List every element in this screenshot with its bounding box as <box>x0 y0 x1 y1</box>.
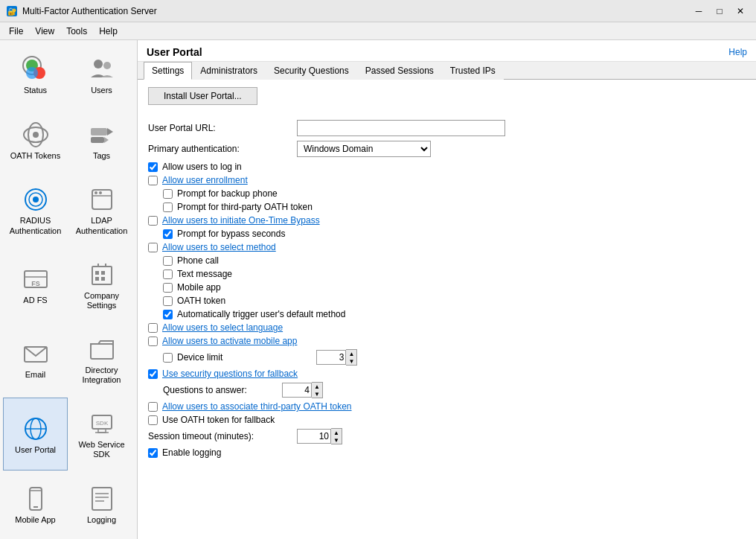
url-input[interactable] <box>297 120 505 136</box>
svg-rect-44 <box>92 488 112 510</box>
svg-text:🔐: 🔐 <box>7 7 17 16</box>
svg-point-5 <box>26 67 38 79</box>
url-label: User Portal URL: <box>148 123 297 133</box>
questions-down[interactable]: ▼ <box>312 390 322 398</box>
sidebar-item-webservice[interactable]: SDK Web Service SDK <box>69 398 134 471</box>
menu-help[interactable]: Help <box>93 25 124 38</box>
menu-file[interactable]: File <box>3 25 29 38</box>
tab-administrators[interactable]: Administrators <box>192 62 266 80</box>
device-limit-up[interactable]: ▲ <box>346 350 356 357</box>
sidebar-item-tags[interactable]: Tags <box>69 109 134 173</box>
checkbox-mobile-app[interactable]: Mobile app <box>163 282 746 293</box>
sidebar-item-company[interactable]: Company Settings <box>69 249 134 322</box>
allow-bypass-label: Allow users to initiate One-Time Bypass <box>162 215 320 226</box>
allow-method-label: Allow users to select method <box>162 242 276 252</box>
session-timeout-input[interactable] <box>297 429 331 444</box>
primary-auth-select[interactable]: Windows Domain RADIUS LDAP <box>297 141 431 157</box>
checkbox-oath-token[interactable]: OATH token <box>163 296 746 306</box>
auto-trigger-label: Automatically trigger user's default met… <box>177 309 345 319</box>
sidebar-label-company: Company Settings <box>73 291 130 310</box>
minimize-button[interactable]: ─ <box>689 4 708 19</box>
sidebar-item-mobile[interactable]: Mobile App <box>3 472 68 536</box>
svg-point-17 <box>33 197 39 202</box>
checkbox-text-message[interactable]: Text message <box>163 269 746 279</box>
checkbox-phone-call[interactable]: Phone call <box>163 255 746 266</box>
sidebar-item-directory[interactable]: Directory Integration <box>69 323 134 396</box>
svg-marker-12 <box>107 128 113 135</box>
checkbox-auto-trigger[interactable]: Automatically trigger user's default met… <box>163 309 746 319</box>
userportal-icon <box>21 414 51 444</box>
tab-passed-sessions[interactable]: Passed Sessions <box>357 62 442 80</box>
users-icon <box>87 54 117 84</box>
menubar: File View Tools Help <box>0 22 756 40</box>
help-link[interactable]: Help <box>728 47 747 57</box>
checkbox-oath-fallback[interactable]: Use OATH token for fallback <box>148 415 746 425</box>
logging-icon <box>87 484 117 514</box>
checkbox-prompt-bypass[interactable]: Prompt for bypass seconds <box>163 229 746 239</box>
session-timeout-down[interactable]: ▼ <box>331 436 342 444</box>
sidebar-item-userportal[interactable]: User Portal <box>3 398 68 471</box>
maximize-button[interactable]: □ <box>710 4 729 19</box>
app-icon: 🔐 <box>6 5 18 17</box>
checkbox-allow-language[interactable]: Allow users to select language <box>148 322 746 333</box>
tab-trusted-ips[interactable]: Trusted IPs <box>442 62 504 80</box>
device-limit-label: Device limit <box>177 352 222 363</box>
allow-enrollment-label: Allow user enrollment <box>162 175 248 185</box>
sidebar-item-ldap[interactable]: LDAP Authentication <box>69 174 134 247</box>
device-limit-spinner: ▲ ▼ <box>316 349 357 366</box>
device-limit-row[interactable]: Device limit ▲ ▼ <box>163 349 746 366</box>
checkbox-prompt-backup[interactable]: Prompt for backup phone <box>163 188 746 199</box>
main-layout: Status Users OATH Tokens <box>0 40 756 539</box>
device-limit-down[interactable]: ▼ <box>346 357 356 365</box>
checkbox-allow-method[interactable]: Allow users to select method <box>148 242 746 252</box>
sidebar-item-email[interactable]: Email <box>3 323 68 396</box>
sidebar-item-status[interactable]: Status <box>3 43 68 107</box>
tab-security-questions[interactable]: Security Questions <box>266 62 357 80</box>
oath-icon <box>21 120 51 150</box>
mobile-app-label: Mobile app <box>177 282 221 293</box>
tab-settings[interactable]: Settings <box>144 62 192 80</box>
checkbox-allow-mobile-activate[interactable]: Allow users to activate mobile app <box>148 336 746 346</box>
sidebar-item-adfs[interactable]: FS AD FS <box>3 249 68 322</box>
checkbox-allow-login[interactable]: Allow users to log in <box>148 162 746 172</box>
third-party-oath-label: Allow users to associate third-party OAT… <box>162 401 352 412</box>
sidebar-item-logging[interactable]: Logging <box>69 472 134 536</box>
checkbox-allow-enrollment[interactable]: Allow user enrollment <box>148 175 746 185</box>
svg-point-7 <box>103 62 111 69</box>
window-title: Multi-Factor Authentication Server <box>22 6 685 16</box>
install-button[interactable]: Install User Portal... <box>148 87 257 105</box>
menu-tools[interactable]: Tools <box>60 25 93 38</box>
tags-icon <box>87 120 117 150</box>
checkbox-third-party-oath[interactable]: Allow users to associate third-party OAT… <box>148 401 746 412</box>
oath-fallback-label: Use OATH token for fallback <box>162 415 275 425</box>
checkbox-prompt-oath[interactable]: Prompt for third-party OATH token <box>163 202 746 212</box>
titlebar: 🔐 Multi-Factor Authentication Server ─ □… <box>0 0 756 22</box>
session-timeout-up[interactable]: ▲ <box>331 429 342 436</box>
prompt-bypass-label: Prompt for bypass seconds <box>177 229 285 239</box>
svg-rect-11 <box>91 128 107 135</box>
sidebar-label-logging: Logging <box>87 515 116 525</box>
svg-text:FS: FS <box>31 280 40 287</box>
sidebar-item-radius[interactable]: RADIUS Authentication <box>3 174 68 247</box>
radius-icon <box>21 185 51 214</box>
close-button[interactable]: ✕ <box>731 4 750 19</box>
checkbox-security-questions[interactable]: Use security questions for fallback <box>148 369 746 379</box>
questions-up[interactable]: ▲ <box>312 383 322 390</box>
sidebar-label-users: Users <box>91 86 112 95</box>
sidebar-item-users[interactable]: Users <box>69 43 134 107</box>
sidebar-label-webservice: Web Service SDK <box>73 440 130 459</box>
allow-login-label: Allow users to log in <box>162 162 242 172</box>
allow-language-label: Allow users to select language <box>162 322 283 333</box>
sidebar-item-oath[interactable]: OATH Tokens <box>3 109 68 173</box>
questions-input[interactable] <box>282 383 312 398</box>
url-row: User Portal URL: <box>148 120 746 136</box>
svg-point-21 <box>99 191 102 194</box>
device-limit-input[interactable] <box>316 350 346 365</box>
svg-point-10 <box>33 132 39 138</box>
checkbox-allow-bypass[interactable]: Allow users to initiate One-Time Bypass <box>148 215 746 226</box>
menu-view[interactable]: View <box>29 25 60 38</box>
status-icon <box>21 54 51 84</box>
email-icon <box>21 339 51 369</box>
checkbox-enable-logging[interactable]: Enable logging <box>148 447 746 458</box>
primary-auth-label: Primary authentication: <box>148 144 297 154</box>
